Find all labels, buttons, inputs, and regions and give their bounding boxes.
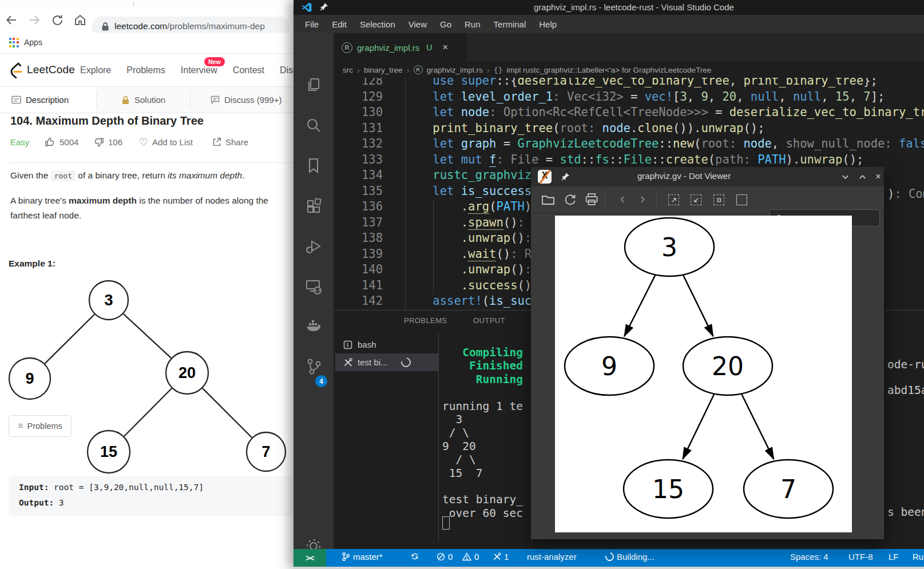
- breadcrumb-item[interactable]: graphviz_impl.rs: [427, 66, 483, 74]
- discuss-icon: [211, 96, 220, 104]
- docker-icon[interactable]: [304, 317, 323, 336]
- menu-view[interactable]: View: [409, 19, 427, 29]
- errors-item[interactable]: 0: [437, 552, 453, 562]
- svg-text:$: $: [346, 343, 349, 348]
- chevron-up-icon[interactable]: [856, 170, 869, 183]
- encoding-indicator[interactable]: UTF-8: [848, 552, 873, 562]
- terminal-line: test binary_: [442, 493, 523, 506]
- tab-solution[interactable]: Solution: [121, 87, 165, 113]
- token: print_binary_tree: [743, 78, 863, 87]
- open-file-icon[interactable]: [541, 192, 556, 207]
- print-icon[interactable]: [584, 192, 599, 207]
- tab-label: Solution: [134, 95, 165, 105]
- editor-tab-graphviz-impl[interactable]: R graphviz_impl.rs U ×: [334, 33, 467, 62]
- eol-indicator[interactable]: LF: [889, 552, 899, 562]
- zoom-out-icon[interactable]: [668, 194, 679, 205]
- menu-terminal[interactable]: Terminal: [494, 19, 526, 29]
- token: ,: [821, 90, 835, 104]
- share-icon[interactable]: [212, 137, 222, 147]
- back-icon[interactable]: ‹: [615, 190, 630, 205]
- share-label[interactable]: Share: [225, 137, 248, 147]
- token: is_success: [461, 184, 532, 198]
- close-icon[interactable]: ×: [872, 170, 885, 183]
- nav-item-contest[interactable]: Contest: [233, 65, 264, 75]
- apps-label[interactable]: Apps: [24, 38, 42, 47]
- code-text: print_binary_tree(root: node.clone()).un…: [405, 121, 765, 135]
- reload-icon[interactable]: [50, 13, 64, 27]
- toolbar-separator: [605, 190, 605, 209]
- menu-run[interactable]: Run: [465, 19, 481, 29]
- menu-edit[interactable]: Edit: [332, 19, 347, 29]
- home-icon[interactable]: [73, 13, 87, 27]
- bookmarks-icon[interactable]: [304, 157, 323, 175]
- menu-bar: FileEditSelectionViewGoRunTerminalHelp: [294, 15, 924, 33]
- terminal-line: / \: [442, 453, 476, 466]
- description-icon: [11, 96, 21, 104]
- menu-help[interactable]: Help: [539, 19, 557, 29]
- svg-text:15: 15: [652, 475, 684, 504]
- graph-canvas[interactable]: 3920157: [555, 216, 852, 532]
- thumbs-up-icon[interactable]: [45, 137, 55, 148]
- token: assert!: [405, 294, 482, 308]
- forward-icon[interactable]: [27, 13, 41, 27]
- token: 9: [701, 90, 708, 104]
- spaces-indicator[interactable]: Spaces: 4: [790, 552, 828, 562]
- menu-go[interactable]: Go: [440, 19, 451, 29]
- heart-icon[interactable]: ♡: [139, 136, 148, 149]
- svg-text:7: 7: [261, 443, 270, 460]
- zoom-in-icon[interactable]: [691, 194, 701, 205]
- symbol-braces-icon: {}: [494, 66, 503, 74]
- nav-item-interview[interactable]: Interview: [181, 65, 217, 75]
- panel-tab-output[interactable]: OUTPUT: [473, 316, 505, 325]
- sync-icon[interactable]: [410, 552, 419, 561]
- token: node: [461, 105, 489, 119]
- tree-edge: [683, 275, 713, 336]
- code-fragment-right: ): Comm: [887, 187, 924, 201]
- git-branch-item[interactable]: master*: [342, 552, 383, 562]
- token: =: [630, 90, 645, 104]
- chevron-down-icon[interactable]: [839, 170, 851, 183]
- breadcrumb-item[interactable]: impl rustc_graphviz::Labeller<'a> for Gr…: [507, 66, 712, 74]
- thumbs-down-icon[interactable]: [93, 137, 104, 148]
- nav-item-explore[interactable]: Explore: [80, 65, 111, 75]
- remote-explorer-icon[interactable]: [304, 277, 323, 296]
- remote-indicator[interactable]: ><: [294, 549, 326, 567]
- token: : File: [496, 153, 545, 166]
- language-indicator[interactable]: Ru: [913, 552, 923, 562]
- session-label: test bi...: [358, 357, 388, 367]
- extensions-icon[interactable]: [304, 197, 323, 216]
- tab-discuss[interactable]: Discuss (999+): [211, 87, 281, 113]
- source-control-icon[interactable]: [304, 357, 323, 376]
- close-tab-icon[interactable]: ×: [442, 42, 448, 53]
- dot-viewer-titlebar[interactable]: X graphviz.gv - Dot Viewer ×: [531, 167, 884, 186]
- terminal-fragment: ode-ru: [887, 358, 924, 371]
- run-debug-icon[interactable]: [304, 237, 323, 256]
- add-to-list-label[interactable]: Add to List: [152, 137, 193, 147]
- back-icon[interactable]: [5, 13, 18, 27]
- search-icon[interactable]: [304, 117, 323, 135]
- warnings-item[interactable]: 0: [462, 552, 479, 562]
- breadcrumb-item[interactable]: binary_tree: [364, 66, 403, 74]
- terminal-session-bash[interactable]: $ bash: [335, 336, 438, 353]
- building-item[interactable]: Building...: [605, 552, 655, 562]
- nav-item-problems[interactable]: Problems: [126, 65, 165, 75]
- rust-analyzer-item[interactable]: rust-analyzer: [527, 552, 577, 562]
- line-number: 139: [334, 246, 383, 262]
- menu-selection[interactable]: Selection: [360, 19, 395, 29]
- tab-description[interactable]: Description: [0, 87, 96, 113]
- problems-button[interactable]: ≡ Problems: [9, 415, 72, 437]
- forward-icon[interactable]: ›: [635, 190, 650, 205]
- breadcrumb-item[interactable]: src: [343, 66, 353, 74]
- line-number: 142: [334, 293, 383, 309]
- explorer-icon[interactable]: [304, 77, 323, 95]
- leetcode-logo[interactable]: LeetCode: [8, 61, 75, 78]
- refresh-icon[interactable]: [562, 192, 577, 207]
- tools-count-item[interactable]: 1: [493, 552, 509, 562]
- menu-file[interactable]: File: [305, 19, 319, 29]
- panel-tab-problems[interactable]: PROBLEMS: [404, 316, 447, 325]
- fit-selection-icon[interactable]: [713, 194, 724, 205]
- apps-grid-icon[interactable]: [9, 38, 19, 47]
- terminal-session-test[interactable]: test bi...: [335, 353, 438, 371]
- nav-item-discuss[interactable]: Discuss: [280, 65, 294, 75]
- fit-page-icon[interactable]: [736, 194, 747, 205]
